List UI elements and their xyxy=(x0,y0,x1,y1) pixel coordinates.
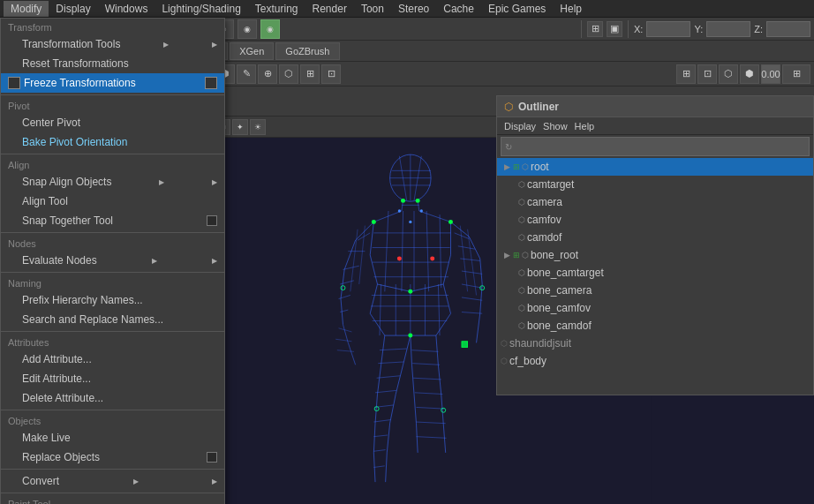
tb-icon-right-5[interactable]: 0.00 xyxy=(761,64,780,84)
menu-snap-together[interactable]: Snap Together Tool xyxy=(1,211,224,230)
nodes-section-label: Nodes xyxy=(1,235,224,251)
tb-icon-right-6[interactable]: ⊞ xyxy=(782,64,810,84)
outliner-item-bone-camera-label: bone_camera xyxy=(527,284,592,297)
svg-point-77 xyxy=(430,256,434,260)
menu-prefix-hierarchy[interactable]: Prefix Hierarchy Names... xyxy=(1,290,224,310)
tb-icon-13[interactable]: ⊕ xyxy=(258,64,277,84)
naming-section-label: Naming xyxy=(1,275,224,290)
menu-freeze-transformations[interactable]: Freeze Transformations xyxy=(1,73,224,93)
outliner-item-bone-camtarget[interactable]: ⬡ bone_camtarget xyxy=(497,264,813,282)
svg-point-75 xyxy=(416,199,420,203)
outliner-panel: ⬡ Outliner Display Show Help ↻ ▶ ⊞ ⬡ roo… xyxy=(496,95,814,395)
outliner-item-root[interactable]: ▶ ⊞ ⬡ root xyxy=(497,158,813,176)
tb-icon-12[interactable]: ✎ xyxy=(237,64,256,84)
outliner-item-bone-root[interactable]: ▶ ⊞ ⬡ bone_root xyxy=(497,246,813,264)
outliner-item-shaundidjsuit[interactable]: ⬡ shaundidjsuit xyxy=(497,335,813,352)
outliner-item-cf-body[interactable]: ⬡ cf_body xyxy=(497,352,813,370)
menu-add-attribute[interactable]: Add Attribute... xyxy=(1,350,224,369)
menu-display[interactable]: Display xyxy=(49,1,97,17)
z-input[interactable] xyxy=(766,21,810,37)
x-input[interactable] xyxy=(646,21,690,37)
menu-texturing[interactable]: Texturing xyxy=(248,1,305,17)
outliner-item-bone-camtarget-label: bone_camtarget xyxy=(527,267,604,279)
outliner-item-camera[interactable]: ⬡ camera xyxy=(497,193,813,211)
outliner-menu-help[interactable]: Help xyxy=(575,121,595,132)
align-divider xyxy=(1,154,224,154)
vp-tb-13[interactable]: ✦ xyxy=(232,119,248,135)
outliner-item-bone-root-label: bone_root xyxy=(531,249,578,261)
outliner-menu-bar: Display Show Help xyxy=(497,117,813,135)
menu-stereo[interactable]: Stereo xyxy=(391,1,436,17)
menu-bake-pivot[interactable]: Bake Pivot Orientation xyxy=(1,132,224,152)
naming-divider xyxy=(1,272,224,273)
menu-delete-attribute[interactable]: Delete Attribute... xyxy=(1,388,224,408)
expand-root-icon[interactable]: ▶ xyxy=(501,161,513,173)
svg-point-80 xyxy=(409,221,411,223)
menu-center-pivot[interactable]: Center Pivot xyxy=(1,113,224,132)
objects-divider xyxy=(1,410,224,410)
outliner-menu-show[interactable]: Show xyxy=(543,121,568,132)
vp-tb-14[interactable]: ☀ xyxy=(250,119,266,135)
tb-icon-14[interactable]: ⬡ xyxy=(279,64,298,84)
outliner-menu-display[interactable]: Display xyxy=(504,121,536,132)
objects-section-label: Objects xyxy=(1,412,224,428)
paint-tool-divider xyxy=(1,493,224,493)
outliner-item-bone-camfov[interactable]: ⬡ bone_camfov xyxy=(497,299,813,317)
menu-help[interactable]: Help xyxy=(553,1,589,17)
svg-point-81 xyxy=(398,209,401,212)
menu-lighting-shading[interactable]: Lighting/Shading xyxy=(155,1,247,17)
outliner-item-bone-camfov-label: bone_camfov xyxy=(527,302,591,314)
menu-make-live[interactable]: Make Live xyxy=(1,428,224,448)
transform-section-label: Transform xyxy=(1,19,224,34)
modify-dropdown: Transform Transformation Tools ▶ Reset T… xyxy=(0,18,225,504)
menu-transformation-tools[interactable]: Transformation Tools ▶ xyxy=(1,34,224,54)
tb-icon-right-4[interactable]: ⬢ xyxy=(740,64,759,84)
menu-edit-attribute[interactable]: Edit Attribute... xyxy=(1,369,224,388)
menu-render[interactable]: Render xyxy=(305,1,354,17)
tb-icon-right-1[interactable]: ⊞ xyxy=(676,64,696,84)
outliner-item-camtarget-label: camtarget xyxy=(527,178,574,191)
menu-reset-transformations[interactable]: Reset Transformations xyxy=(1,54,224,73)
nodes-divider xyxy=(1,232,224,233)
outliner-item-shaundidjsuit-label: shaundidjsuit xyxy=(509,337,571,350)
tab-gozbrush[interactable]: GoZBrush xyxy=(275,42,339,60)
view-btn-6[interactable]: ◉ xyxy=(260,19,280,39)
tab-xgen[interactable]: XGen xyxy=(230,42,274,60)
menu-evaluate-nodes[interactable]: Evaluate Nodes ▶ xyxy=(1,251,224,270)
tb-icon-right-2[interactable]: ⊡ xyxy=(697,64,717,84)
x-label: X: xyxy=(634,24,643,34)
pivot-divider xyxy=(1,94,224,95)
menu-bar: Modify Display Windows Lighting/Shading … xyxy=(0,0,814,18)
menu-replace-objects[interactable]: Replace Objects xyxy=(1,448,224,467)
outliner-title: Outliner xyxy=(518,101,559,113)
menu-epic-games[interactable]: Epic Games xyxy=(481,1,553,17)
outliner-item-camtarget[interactable]: ⬡ camtarget xyxy=(497,176,813,193)
menu-windows[interactable]: Windows xyxy=(98,1,155,17)
outliner-item-bone-camera[interactable]: ⬡ bone_camera xyxy=(497,282,813,299)
tb-icon-16[interactable]: ⊡ xyxy=(321,64,341,84)
svg-point-73 xyxy=(408,334,412,338)
tb-icon-15[interactable]: ⊞ xyxy=(300,64,320,84)
obj-btn[interactable]: ▣ xyxy=(607,21,622,37)
tb-icon-right-3[interactable]: ⬡ xyxy=(719,64,738,84)
view-btn-5[interactable]: ◉ xyxy=(237,19,257,39)
menu-cache[interactable]: Cache xyxy=(436,1,481,17)
menu-align-tool[interactable]: Align Tool xyxy=(1,192,224,211)
outliner-search[interactable]: ↻ xyxy=(501,137,810,156)
outliner-item-camfov[interactable]: ⬡ camfov xyxy=(497,211,813,229)
outliner-search-input[interactable] xyxy=(516,141,805,152)
outliner-item-cf-body-label: cf_body xyxy=(509,355,546,367)
grid-btn[interactable]: ⊞ xyxy=(587,21,603,37)
outliner-item-camdof[interactable]: ⬡ camdof xyxy=(497,229,813,246)
menu-toon[interactable]: Toon xyxy=(354,1,391,17)
menu-modify[interactable]: Modify xyxy=(4,1,49,17)
outliner-item-camera-label: camera xyxy=(527,196,562,208)
svg-rect-79 xyxy=(462,342,468,348)
outliner-item-bone-camdof[interactable]: ⬡ bone_camdof xyxy=(497,317,813,335)
y-input[interactable] xyxy=(706,21,750,37)
expand-bone-root-icon[interactable]: ▶ xyxy=(501,249,513,261)
menu-convert[interactable]: Convert ▶ xyxy=(1,471,224,491)
pivot-section-label: Pivot xyxy=(1,97,224,113)
menu-search-replace[interactable]: Search and Replace Names... xyxy=(1,310,224,329)
menu-snap-align[interactable]: Snap Align Objects ▶ xyxy=(1,172,224,192)
